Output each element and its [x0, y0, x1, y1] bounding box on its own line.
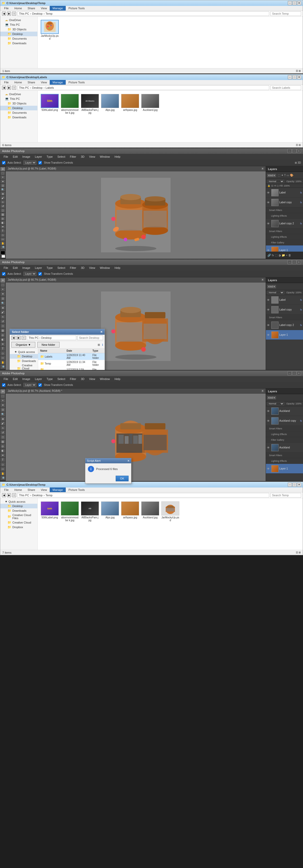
path-tool[interactable]: ◇	[1, 233, 5, 237]
crop-tool[interactable]: ⊡	[1, 408, 5, 412]
menu-type[interactable]: Type	[45, 155, 55, 159]
layer-item-label-copy-p2[interactable]: 👁 Label copy fx	[266, 305, 303, 315]
sidebar-item-cc-1[interactable]: 📁 Creative Cloud Files	[0, 513, 37, 520]
transform-checkbox[interactable]	[38, 383, 42, 387]
blur-tool[interactable]: ◎	[1, 333, 5, 337]
auto-select-dropdown[interactable]: Layer	[23, 383, 36, 387]
file-item-auckland[interactable]: Auckland.jpg	[141, 94, 159, 114]
tab-home[interactable]: Home	[11, 6, 25, 10]
sidebar-item-3dobjects[interactable]: 📁 3D Objects	[0, 27, 37, 32]
shape-tool[interactable]: ▭	[1, 238, 5, 241]
sidebar-item-onedrive[interactable]: ☁ OneDrive	[0, 18, 37, 22]
tab-home[interactable]: Home	[11, 488, 25, 492]
back-button[interactable]: ◀	[2, 493, 6, 497]
sidebar-item-quick-access[interactable]: ★ Quick access	[0, 499, 37, 504]
dialog-forward-button[interactable]: ▶	[17, 336, 21, 340]
view-list-icon[interactable]: ☰	[296, 144, 298, 146]
alert-close-icon[interactable]: ✕	[127, 459, 130, 463]
close-button[interactable]: ✕	[297, 483, 301, 487]
sidebar-item-documents[interactable]: 📁 Documents	[0, 36, 37, 41]
menu-view[interactable]: View	[87, 266, 98, 270]
menu-select[interactable]: Select	[55, 155, 67, 159]
menu-select[interactable]: Select	[55, 377, 67, 381]
sidebar-item-desktop-final[interactable]: 📁 Desktop	[0, 504, 37, 508]
menu-edit[interactable]: Edit	[11, 377, 20, 381]
eyedropper-tool[interactable]: 🔍	[1, 188, 5, 191]
eye-icon[interactable]: 👁	[267, 222, 271, 225]
background-color[interactable]	[2, 255, 5, 258]
sidebar-item-cc-2[interactable]: 📁 Creative Cloud	[0, 520, 37, 525]
maximize-button[interactable]: □	[292, 149, 296, 153]
up-button[interactable]: ↑	[12, 86, 16, 90]
gradient-tool[interactable]: ▨	[1, 329, 5, 333]
menu-type[interactable]: Type	[45, 377, 55, 381]
eye-icon[interactable]: 👁	[267, 201, 271, 204]
menu-help[interactable]: Help	[113, 155, 122, 159]
fx-icon[interactable]: fx	[272, 254, 274, 257]
minimize-button[interactable]: ─	[287, 149, 292, 153]
menu-window[interactable]: Window	[98, 155, 112, 159]
minimize-button[interactable]: ─	[287, 371, 292, 375]
selection-tool[interactable]: ⬚	[1, 394, 5, 398]
up-button[interactable]: ↑	[12, 11, 16, 16]
text-tool[interactable]: T	[1, 458, 5, 462]
zoom-tool[interactable]: 🔎	[1, 246, 5, 249]
table-row-temp[interactable]: 📁 Temp 1/28/2019 11:34 AM File folder	[38, 360, 105, 367]
pen-tool[interactable]: ✒	[1, 342, 5, 346]
close-button[interactable]: ✕	[297, 75, 301, 79]
auto-select-dropdown[interactable]: Layer	[23, 272, 36, 276]
eye-icon[interactable]: 👁	[267, 191, 271, 194]
maximize-button[interactable]: □	[293, 75, 297, 79]
delete-layer-icon[interactable]: 🗑	[288, 254, 291, 257]
text-tool[interactable]: T	[1, 229, 5, 233]
search-input[interactable]	[272, 12, 299, 15]
pen-tool[interactable]: ✒	[1, 225, 5, 229]
view-toggle-icon[interactable]: ⊞	[98, 343, 100, 346]
tab-share[interactable]: Share	[25, 488, 38, 492]
healing-tool[interactable]: ⊕	[1, 306, 5, 310]
maximize-button[interactable]: □	[292, 260, 296, 264]
menu-image[interactable]: Image	[20, 377, 32, 381]
tab-picture-tools[interactable]: Picture Tools	[66, 6, 88, 10]
search-box[interactable]	[270, 85, 301, 90]
layer-item-layer1-p2[interactable]: 👁 Layer 1	[266, 330, 303, 340]
eye-icon[interactable]: 👁	[267, 446, 271, 449]
sidebar-item-downloads[interactable]: 📁 Downloads	[0, 115, 37, 120]
sidebar-item-desktop[interactable]: 📁 Desktop	[0, 32, 37, 36]
menu-select[interactable]: Select	[55, 266, 67, 270]
pen-tool[interactable]: ✒	[1, 453, 5, 457]
auto-select-checkbox[interactable]	[2, 161, 5, 164]
selection-tool[interactable]: ⬚	[1, 283, 5, 287]
menu-file[interactable]: File	[2, 377, 10, 381]
eye-icon[interactable]: 👁	[267, 249, 271, 252]
file-item-allblacks-f[interactable]: AB AllBlacksPam.jpg	[81, 501, 99, 522]
back-button[interactable]: ◀	[2, 11, 6, 16]
layer-item-auckland-copy[interactable]: 👁 Auckland copy fx	[266, 416, 303, 426]
lasso-tool[interactable]: ⌖	[1, 287, 5, 291]
kind-filter[interactable]: Kind ▾	[267, 174, 276, 177]
shape-tool[interactable]: ▭	[1, 356, 5, 360]
menu-layer[interactable]: Layer	[33, 266, 44, 270]
foreground-color[interactable]	[1, 251, 5, 254]
history-tool[interactable]: ↺	[1, 430, 5, 435]
hand-tool[interactable]: ✋	[1, 361, 5, 365]
close-button[interactable]: ✕	[297, 260, 301, 264]
file-item-alps[interactable]: Alps.jpg	[101, 94, 119, 114]
hand-tool[interactable]: ✋	[1, 242, 5, 245]
forward-button[interactable]: ▶	[7, 86, 11, 90]
close-button[interactable]: ✕	[297, 371, 301, 375]
clone-tool[interactable]: ⎋	[1, 426, 5, 430]
maximize-button[interactable]: □	[293, 1, 297, 5]
move-tool[interactable]: ✛	[1, 167, 5, 171]
search-box[interactable]	[270, 11, 301, 16]
mask-icon[interactable]: ⬚	[275, 254, 277, 257]
layer-item-layer1-p3[interactable]: 👁 Layer 1	[266, 464, 303, 474]
new-layer-icon[interactable]: +	[286, 254, 287, 257]
dodge-tool[interactable]: ◐	[1, 449, 5, 453]
search-input[interactable]	[272, 86, 299, 89]
magic-wand-tool[interactable]: ✦	[1, 292, 5, 296]
close-button[interactable]: ✕	[297, 1, 301, 5]
transform-checkbox[interactable]	[38, 272, 42, 276]
info-icon[interactable]: ℹ	[102, 343, 103, 346]
maximize-button[interactable]: □	[293, 483, 297, 487]
